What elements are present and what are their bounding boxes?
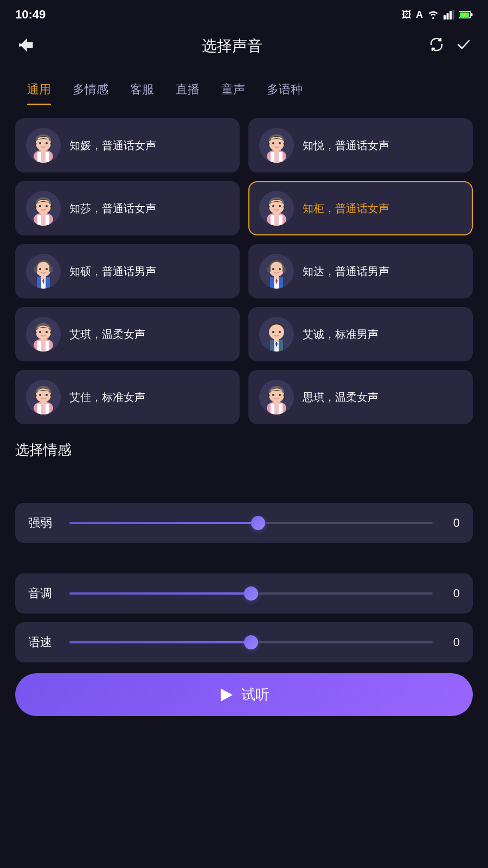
- nav-actions: [428, 36, 472, 56]
- voice-name-aicheng: 艾诚，标准男声: [303, 327, 378, 342]
- svg-rect-85: [41, 404, 46, 414]
- svg-rect-51: [49, 267, 53, 272]
- tab-emotion[interactable]: 多情感: [62, 76, 119, 105]
- svg-point-15: [39, 142, 41, 144]
- photo-icon: 🖼: [402, 9, 412, 21]
- avatar-zhisha: [26, 191, 61, 226]
- avatar-siqi: [259, 380, 294, 414]
- tab-child[interactable]: 童声: [210, 76, 256, 105]
- avatar-zhiyue: [259, 128, 294, 163]
- voice-name-zhigui: 知柜，普通话女声: [303, 201, 389, 216]
- voice-card-zhiyuan[interactable]: 知媛，普通话女声: [15, 118, 240, 173]
- status-bar: 10:49 🖼 A ⚡: [0, 0, 488, 27]
- slider-strength-track[interactable]: [69, 522, 433, 524]
- confirm-button[interactable]: [455, 36, 472, 56]
- tab-multi[interactable]: 多语种: [256, 76, 313, 105]
- voice-card-zhiyue[interactable]: 知悦，普通话女声: [248, 118, 473, 173]
- voice-card-zhishuo[interactable]: 知硕，普通话男声: [15, 244, 240, 298]
- page-title: 选择声音: [202, 36, 262, 56]
- svg-point-34: [46, 205, 48, 207]
- voice-name-siqi: 思琪，温柔女声: [303, 390, 378, 405]
- voice-name-zhiyuan: 知媛，普通话女声: [69, 138, 156, 153]
- svg-point-78: [269, 324, 284, 340]
- avatar-zhigui: [259, 191, 294, 226]
- svg-rect-3: [453, 10, 455, 20]
- voice-card-siqi[interactable]: 思琪，温柔女声: [248, 370, 473, 424]
- refresh-button[interactable]: [428, 36, 445, 56]
- svg-rect-94: [274, 404, 279, 414]
- battery-icon: ⚡: [459, 10, 473, 19]
- signal-icon: [444, 10, 454, 20]
- svg-point-89: [46, 394, 48, 396]
- svg-point-72: [46, 331, 48, 333]
- avatar-zhishuo: [26, 254, 61, 289]
- svg-point-88: [39, 394, 41, 396]
- play-button[interactable]: 试听: [15, 673, 473, 716]
- emotion-area: [0, 470, 488, 503]
- svg-point-52: [39, 268, 41, 270]
- svg-point-33: [39, 205, 41, 207]
- svg-rect-30: [41, 215, 46, 226]
- slider-pitch: 音调 0: [15, 573, 473, 614]
- slider-speed-track[interactable]: [69, 641, 433, 643]
- tab-live[interactable]: 直播: [165, 76, 210, 105]
- svg-point-25: [279, 142, 281, 144]
- voice-name-zhida: 知达，普通话男声: [303, 264, 389, 279]
- slider-strength-label: 强弱: [28, 515, 59, 531]
- svg-rect-60: [267, 267, 271, 272]
- play-label: 试听: [241, 685, 269, 704]
- svg-point-53: [46, 268, 48, 270]
- avatar-aicheng: [259, 317, 294, 352]
- status-icons: 🖼 A ⚡: [402, 9, 473, 21]
- slider-speed-label: 语速: [28, 634, 59, 650]
- svg-point-79: [272, 331, 274, 333]
- voice-card-aiqi[interactable]: 艾琪，温柔女声: [15, 307, 240, 361]
- svg-point-24: [272, 142, 274, 144]
- svg-rect-21: [274, 152, 279, 163]
- voice-card-zhisha[interactable]: 知莎，普通话女声: [15, 181, 240, 235]
- svg-rect-1: [447, 13, 449, 20]
- svg-point-97: [272, 394, 274, 396]
- voice-name-aiqi: 艾琪，温柔女声: [69, 327, 145, 342]
- voice-card-zhigui[interactable]: 知柜，普通话女声: [248, 181, 473, 235]
- svg-point-63: [279, 268, 281, 270]
- slider-speed-value: 0: [444, 635, 460, 649]
- svg-point-62: [272, 268, 274, 270]
- slider-pitch-track[interactable]: [69, 592, 433, 595]
- play-icon: [221, 688, 233, 701]
- voice-card-aicheng[interactable]: 艾诚，标准男声: [248, 307, 473, 361]
- avatar-aijia: [26, 380, 61, 414]
- slider-pitch-label: 音调: [28, 585, 59, 602]
- svg-rect-50: [34, 267, 37, 272]
- svg-rect-0: [444, 15, 446, 20]
- voice-grid: 知媛，普通话女声 知悦，普通话女声: [0, 107, 488, 435]
- avatar-zhiyuan: [26, 128, 61, 163]
- slider-strength: 强弱 0: [15, 503, 473, 543]
- svg-text:⚡: ⚡: [461, 12, 467, 18]
- tab-general[interactable]: 通用: [16, 76, 62, 105]
- svg-rect-2: [450, 11, 452, 20]
- status-time: 10:49: [15, 8, 46, 22]
- svg-point-71: [39, 331, 41, 333]
- slider-strength-value: 0: [444, 516, 460, 530]
- tab-service[interactable]: 客服: [119, 76, 165, 105]
- emotion-section-title: 选择情感: [0, 435, 488, 470]
- voice-card-aijia[interactable]: 艾佳，标准女声: [15, 370, 240, 424]
- avatar-zhida: [259, 254, 294, 289]
- svg-point-16: [46, 142, 48, 144]
- svg-rect-61: [282, 267, 286, 272]
- svg-rect-68: [41, 341, 46, 352]
- nav-bar: 选择声音: [0, 27, 488, 65]
- voice-card-zhida[interactable]: 知达，普通话男声: [248, 244, 473, 298]
- font-icon: A: [416, 9, 423, 21]
- slider-pitch-value: 0: [444, 586, 460, 601]
- svg-point-80: [279, 331, 281, 333]
- avatar-aiqi: [26, 317, 61, 352]
- svg-rect-5: [471, 13, 473, 16]
- voice-name-aijia: 艾佳，标准女声: [69, 390, 145, 405]
- slider-speed: 语速 0: [15, 622, 473, 662]
- voice-name-zhishuo: 知硕，普通话男声: [69, 264, 156, 279]
- back-button[interactable]: [16, 35, 36, 57]
- svg-rect-12: [41, 152, 46, 163]
- svg-point-98: [279, 394, 281, 396]
